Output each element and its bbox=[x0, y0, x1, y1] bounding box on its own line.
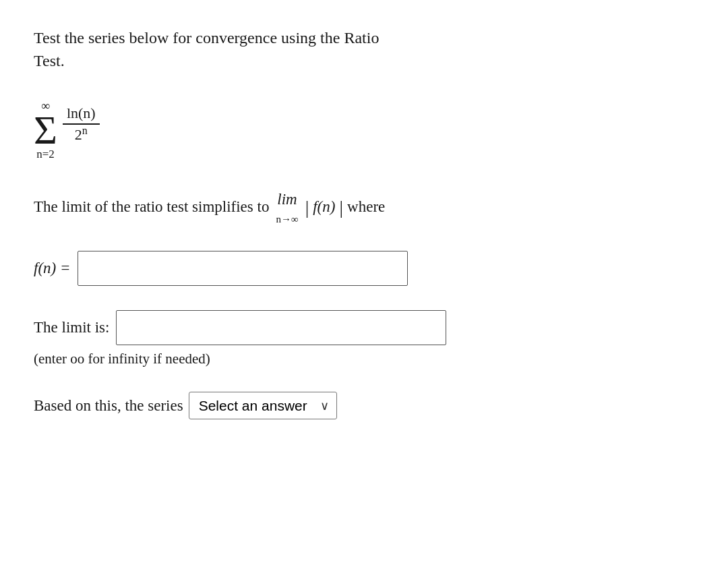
limit-desc-suffix: where bbox=[347, 196, 385, 219]
limit-input-label: The limit is: bbox=[34, 319, 109, 336]
fn-label: f(n) bbox=[313, 196, 335, 219]
fn-input-row: f(n) = bbox=[34, 251, 694, 286]
sigma-symbol: Σ bbox=[34, 113, 57, 148]
abs-close: | bbox=[339, 194, 343, 222]
answer-select-wrapper[interactable]: Select an answer converges diverges bbox=[189, 392, 337, 419]
abs-open: | bbox=[305, 194, 309, 222]
sigma-notation: ∞ Σ n=2 bbox=[34, 99, 57, 161]
hint-text: (enter oo for infinity if needed) bbox=[34, 351, 694, 367]
series-block: ∞ Σ n=2 ln(n) 2n bbox=[34, 99, 694, 161]
fn-input-label: f(n) = bbox=[34, 260, 71, 277]
conclusion-prefix: Based on this, the series bbox=[34, 397, 183, 415]
lower-limit: n=2 bbox=[36, 148, 55, 161]
answer-select[interactable]: Select an answer converges diverges bbox=[189, 392, 337, 419]
limit-input-section: The limit is: bbox=[34, 310, 694, 345]
series-fraction: ln(n) 2n bbox=[63, 105, 100, 144]
fraction-numerator: ln(n) bbox=[63, 105, 100, 125]
limit-input-field[interactable] bbox=[116, 310, 446, 345]
fraction-denominator: 2n bbox=[71, 125, 92, 144]
limit-input-row: The limit is: bbox=[34, 310, 694, 345]
page-title: Test the series below for convergence us… bbox=[34, 27, 694, 72]
limit-desc-prefix: The limit of the ratio test simplifies t… bbox=[34, 196, 269, 219]
conclusion-row: Based on this, the series Select an answ… bbox=[34, 392, 694, 419]
limit-description: The limit of the ratio test simplifies t… bbox=[34, 188, 694, 227]
fn-input-field[interactable] bbox=[78, 251, 408, 286]
lim-notation: lim n→∞ bbox=[276, 188, 298, 227]
